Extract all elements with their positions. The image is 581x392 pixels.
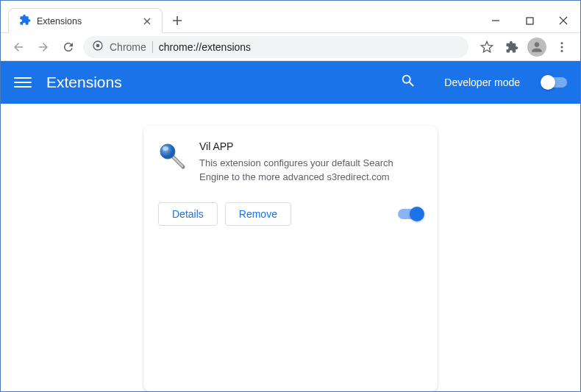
back-button[interactable] [8, 37, 29, 57]
window-titlebar: Extensions [1, 1, 580, 33]
browser-tab[interactable]: Extensions [8, 8, 163, 33]
tab-title: Extensions [37, 16, 135, 26]
window-controls [479, 9, 580, 32]
svg-rect-0 [527, 18, 533, 24]
hamburger-menu-icon[interactable] [14, 74, 32, 91]
chrome-info-icon [92, 40, 104, 54]
extensions-puzzle-icon[interactable] [501, 36, 523, 58]
bookmark-star-icon[interactable] [476, 36, 498, 58]
forward-button[interactable] [33, 37, 54, 57]
svg-point-4 [561, 46, 563, 48]
extension-name: Vil APP [199, 140, 423, 152]
svg-point-9 [163, 146, 168, 151]
page-title: Extensions [46, 74, 122, 91]
extension-puzzle-icon [19, 14, 31, 29]
tab-close-icon[interactable] [141, 15, 153, 27]
content-area: PC risk.com Vil APP This extension confi… [1, 104, 580, 391]
developer-mode-label: Developer mode [444, 76, 520, 88]
maximize-button[interactable] [513, 9, 546, 32]
url-chip: Chrome [110, 41, 146, 53]
svg-point-8 [160, 144, 175, 159]
extension-card: Vil APP This extension configures your d… [143, 126, 438, 391]
reload-button[interactable] [58, 37, 79, 57]
url-bar: Chrome chrome://extensions [1, 33, 580, 61]
svg-point-5 [561, 49, 563, 51]
svg-point-3 [561, 42, 563, 44]
menu-dots-icon[interactable] [551, 36, 573, 58]
developer-mode-toggle[interactable] [542, 77, 567, 88]
profile-avatar[interactable] [526, 36, 548, 58]
url-text: chrome://extensions [159, 41, 251, 53]
details-button[interactable]: Details [158, 202, 218, 226]
magnifier-icon [158, 142, 186, 170]
remove-button[interactable]: Remove [225, 202, 291, 226]
search-icon[interactable] [400, 73, 416, 92]
new-tab-button[interactable] [167, 10, 188, 31]
svg-point-2 [96, 43, 100, 47]
close-window-button[interactable] [546, 9, 580, 32]
extensions-header: Extensions Developer mode [1, 61, 580, 104]
extension-description: This extension configures your default S… [199, 157, 423, 185]
minimize-button[interactable] [479, 9, 513, 32]
url-separator [152, 41, 153, 53]
extension-enable-toggle[interactable] [398, 209, 423, 219]
address-bar[interactable]: Chrome chrome://extensions [83, 36, 468, 58]
